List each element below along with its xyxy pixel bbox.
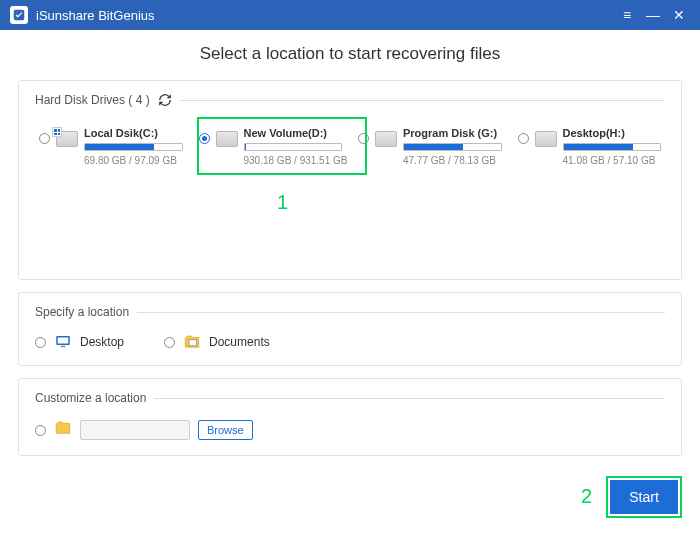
titlebar: iSunshare BitGenius ≡ — ✕ [0,0,700,30]
documents-icon [183,333,201,351]
drives-panel: Hard Disk Drives ( 4 ) Local Dsik(C:)69.… [18,80,682,280]
desktop-icon [54,333,72,351]
customize-label: Customize a location [35,391,146,405]
radio-icon [358,133,369,144]
drive-option[interactable]: Desktop(H:)41.08 GB / 57.10 GB [514,121,666,172]
drive-name: Desktop(H:) [563,127,662,139]
drive-size: 69.80 GB / 97.09 GB [84,155,183,166]
page-title: Select a location to start recovering fi… [18,44,682,64]
drive-name: Program Disk (G:) [403,127,502,139]
drive-size: 41.08 GB / 57.10 GB [563,155,662,166]
radio-icon [199,133,210,144]
usage-bar [403,143,502,151]
refresh-icon[interactable] [158,93,172,107]
menu-button[interactable]: ≡ [614,0,640,30]
close-button[interactable]: ✕ [666,0,692,30]
annotation-num-1: 1 [277,191,288,214]
documents-label: Documents [209,335,270,349]
annotation-num-2: 2 [581,485,592,508]
disk-icon [216,131,238,147]
svg-rect-3 [61,346,66,348]
drive-option[interactable]: Program Disk (G:)47.77 GB / 78.13 GB [354,121,506,172]
usage-bar [244,143,343,151]
desktop-label: Desktop [80,335,124,349]
disk-icon [56,131,78,147]
disk-icon [375,131,397,147]
app-logo-icon [10,6,28,24]
disk-icon [535,131,557,147]
app-title: iSunshare BitGenius [36,8,155,23]
documents-option[interactable]: Documents [164,333,270,351]
radio-icon [35,337,46,348]
start-button[interactable]: Start [610,480,678,514]
radio-icon [518,133,529,144]
radio-icon [39,133,50,144]
footer: 2 Start [18,468,682,514]
drive-size: 930.18 GB / 931.51 GB [244,155,343,166]
drive-option[interactable]: New Volume(D:)930.18 GB / 931.51 GB [195,121,347,172]
radio-icon[interactable] [35,425,46,436]
drive-option[interactable]: Local Dsik(C:)69.80 GB / 97.09 GB [35,121,187,172]
svg-rect-2 [58,338,69,344]
browse-button[interactable]: Browse [198,420,253,440]
usage-bar [563,143,662,151]
specify-label: Specify a location [35,305,129,319]
svg-rect-4 [189,340,197,346]
customize-panel: Customize a location Browse [18,378,682,456]
usage-bar [84,143,183,151]
folder-icon [54,419,72,441]
minimize-button[interactable]: — [640,0,666,30]
custom-path-input[interactable] [80,420,190,440]
desktop-option[interactable]: Desktop [35,333,124,351]
specify-panel: Specify a location Desktop Documents [18,292,682,366]
drive-name: New Volume(D:) [244,127,343,139]
drives-label: Hard Disk Drives ( 4 ) [35,93,150,107]
drive-name: Local Dsik(C:) [84,127,183,139]
radio-icon [164,337,175,348]
drive-size: 47.77 GB / 78.13 GB [403,155,502,166]
